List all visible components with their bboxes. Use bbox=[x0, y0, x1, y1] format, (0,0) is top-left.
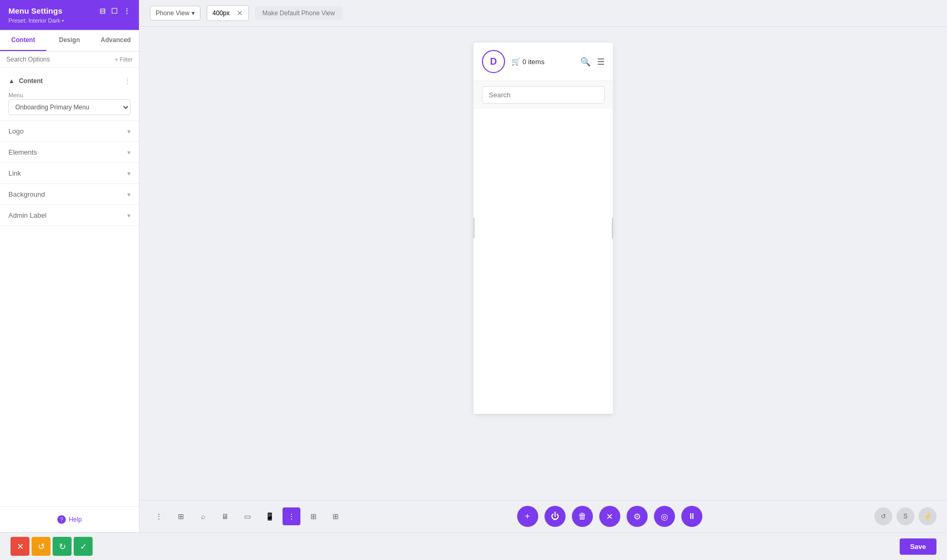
more-icon[interactable]: ⋮ bbox=[123, 7, 130, 15]
phone-search-input[interactable] bbox=[482, 86, 605, 104]
help-button[interactable]: ? Help bbox=[57, 515, 82, 524]
tab-design[interactable]: Design bbox=[46, 30, 93, 51]
admin-label-section: Admin Label ▾ bbox=[0, 205, 139, 226]
elements-section-header[interactable]: Elements ▾ bbox=[0, 142, 139, 162]
logo-label: Logo bbox=[8, 127, 24, 135]
sidebar-title-icons: ⊟ ☐ ⋮ bbox=[99, 7, 130, 15]
logo-chevron-icon: ▾ bbox=[127, 128, 130, 135]
global-bar: ✕ ↺ ↻ ✓ Save bbox=[0, 532, 947, 560]
settings-button[interactable]: ⚙ bbox=[627, 506, 648, 527]
search-options-input[interactable] bbox=[6, 56, 80, 63]
content-section-header[interactable]: ▲ Content ⋮ bbox=[0, 73, 139, 89]
resize-handle-right[interactable] bbox=[612, 218, 613, 239]
sidebar-search-row: + Filter bbox=[0, 52, 139, 68]
content-section-label: ▲ Content bbox=[8, 77, 43, 85]
px-close-icon[interactable]: ✕ bbox=[237, 9, 243, 17]
logo-section: Logo ▾ bbox=[0, 121, 139, 142]
close-action-button[interactable]: ✕ bbox=[599, 506, 620, 527]
menu-label: Menu bbox=[0, 89, 139, 99]
phone-frame: D 🛒 0 items 🔍 ☰ bbox=[474, 43, 613, 414]
bottom-left-tools: ⋮ ⊞ ⌕ 🖥 ▭ 📱 ⋮ ⊞ ⊞ bbox=[150, 507, 345, 525]
link-section-header[interactable]: Link ▾ bbox=[0, 163, 139, 184]
redo-global-button[interactable]: ↻ bbox=[53, 537, 72, 556]
phone-view-select[interactable]: Phone View ▾ bbox=[150, 6, 200, 21]
phone-view-arrow: ▾ bbox=[192, 9, 195, 17]
cart-area: 🛒 0 items bbox=[511, 57, 574, 66]
confirm-global-button[interactable]: ✓ bbox=[74, 537, 93, 556]
tool-phone-button[interactable]: 📱 bbox=[260, 507, 278, 525]
sidebar-tabs: Content Design Advanced bbox=[0, 30, 139, 52]
tool-search-button[interactable]: ⌕ bbox=[194, 507, 212, 525]
link-section: Link ▾ bbox=[0, 163, 139, 184]
bottom-right-tools: ↺ S ⚡ bbox=[874, 507, 936, 525]
background-section: Background ▾ bbox=[0, 184, 139, 205]
filter-label: + Filter bbox=[115, 56, 133, 63]
menu-field: Menu Onboarding Primary Menu bbox=[0, 89, 139, 115]
section-more-icon[interactable]: ⋮ bbox=[124, 77, 130, 85]
phone-body bbox=[474, 109, 613, 414]
right-tool-1[interactable]: ↺ bbox=[874, 507, 892, 525]
undo-global-button[interactable]: ↺ bbox=[32, 537, 51, 556]
cart-icon: 🛒 bbox=[511, 57, 520, 66]
right-tool-2[interactable]: S bbox=[896, 507, 914, 525]
close-global-button[interactable]: ✕ bbox=[11, 537, 29, 556]
make-default-view-button[interactable]: Make Default Phone View bbox=[255, 6, 342, 20]
phone-nav-icons: 🔍 ☰ bbox=[580, 57, 605, 67]
resize-handle-left[interactable] bbox=[474, 218, 475, 239]
menu-select[interactable]: Onboarding Primary Menu bbox=[8, 99, 130, 115]
background-chevron-icon: ▾ bbox=[127, 191, 130, 198]
tool-expand-button[interactable]: ⊞ bbox=[305, 507, 323, 525]
elements-label: Elements bbox=[8, 148, 37, 156]
power-button[interactable]: ⏻ bbox=[545, 506, 566, 527]
minimize-icon[interactable]: ⊟ bbox=[99, 7, 106, 15]
delete-button[interactable]: 🗑 bbox=[572, 506, 593, 527]
circle-action-button[interactable]: ◎ bbox=[654, 506, 675, 527]
tab-content[interactable]: Content bbox=[0, 30, 46, 51]
px-input[interactable] bbox=[213, 9, 234, 17]
sidebar-footer: ? Help bbox=[0, 506, 139, 532]
link-chevron-icon: ▾ bbox=[127, 170, 130, 177]
background-section-header[interactable]: Background ▾ bbox=[0, 184, 139, 205]
right-tool-3[interactable]: ⚡ bbox=[919, 507, 936, 525]
tool-screen-button[interactable]: 🖥 bbox=[216, 507, 234, 525]
content-section: ▲ Content ⋮ Menu Onboarding Primary Menu bbox=[0, 73, 139, 121]
sidebar-title-row: Menu Settings ⊟ ☐ ⋮ bbox=[8, 6, 130, 15]
admin-label-text: Admin Label bbox=[8, 211, 46, 219]
elements-section: Elements ▾ bbox=[0, 142, 139, 163]
tool-dots2-button[interactable]: ⋮ bbox=[283, 507, 300, 525]
pause-button[interactable]: ⏸ bbox=[681, 506, 702, 527]
tool-table-button[interactable]: ⊞ bbox=[327, 507, 345, 525]
admin-label-chevron-icon: ▾ bbox=[127, 212, 130, 219]
sidebar-header: Menu Settings ⊟ ☐ ⋮ Preset: Interior Dar… bbox=[0, 0, 139, 30]
px-input-group: ✕ bbox=[207, 5, 249, 21]
phone-header: D 🛒 0 items 🔍 ☰ bbox=[474, 43, 613, 81]
search-bar bbox=[474, 81, 613, 109]
sidebar-preset: Preset: Interior Dark • bbox=[8, 17, 130, 24]
filter-button[interactable]: + Filter bbox=[115, 56, 133, 63]
hamburger-icon[interactable]: ☰ bbox=[597, 57, 605, 67]
tool-grid-button[interactable]: ⊞ bbox=[172, 507, 190, 525]
canvas-area: D 🛒 0 items 🔍 ☰ bbox=[139, 27, 947, 500]
sidebar-title: Menu Settings bbox=[8, 6, 99, 15]
bottom-toolbar: ⋮ ⊞ ⌕ 🖥 ▭ 📱 ⋮ ⊞ ⊞ + ⏻ 🗑 ✕ ⚙ ◎ ⏸ ↺ bbox=[139, 500, 947, 532]
admin-label-section-header[interactable]: Admin Label ▾ bbox=[0, 205, 139, 226]
save-button[interactable]: Save bbox=[900, 538, 936, 555]
phone-view-label: Phone View bbox=[156, 9, 189, 17]
help-label: Help bbox=[69, 516, 82, 523]
maximize-icon[interactable]: ☐ bbox=[111, 7, 118, 15]
sidebar-content: ▲ Content ⋮ Menu Onboarding Primary Menu… bbox=[0, 68, 139, 506]
global-left-buttons: ✕ ↺ ↻ ✓ bbox=[11, 537, 93, 556]
content-label: Content bbox=[19, 77, 43, 85]
sidebar: Menu Settings ⊟ ☐ ⋮ Preset: Interior Dar… bbox=[0, 0, 139, 532]
add-button[interactable]: + bbox=[517, 506, 538, 527]
tool-dots-button[interactable]: ⋮ bbox=[150, 507, 168, 525]
view-toolbar: Phone View ▾ ✕ Make Default Phone View bbox=[139, 0, 947, 27]
cart-count: 0 items bbox=[522, 58, 545, 66]
tab-advanced[interactable]: Advanced bbox=[93, 30, 139, 51]
help-icon: ? bbox=[57, 515, 66, 524]
bottom-center-actions: + ⏻ 🗑 ✕ ⚙ ◎ ⏸ bbox=[517, 506, 702, 527]
link-label: Link bbox=[8, 169, 21, 177]
tool-square-button[interactable]: ▭ bbox=[238, 507, 256, 525]
logo-section-header[interactable]: Logo ▾ bbox=[0, 121, 139, 141]
search-icon[interactable]: 🔍 bbox=[580, 57, 591, 67]
